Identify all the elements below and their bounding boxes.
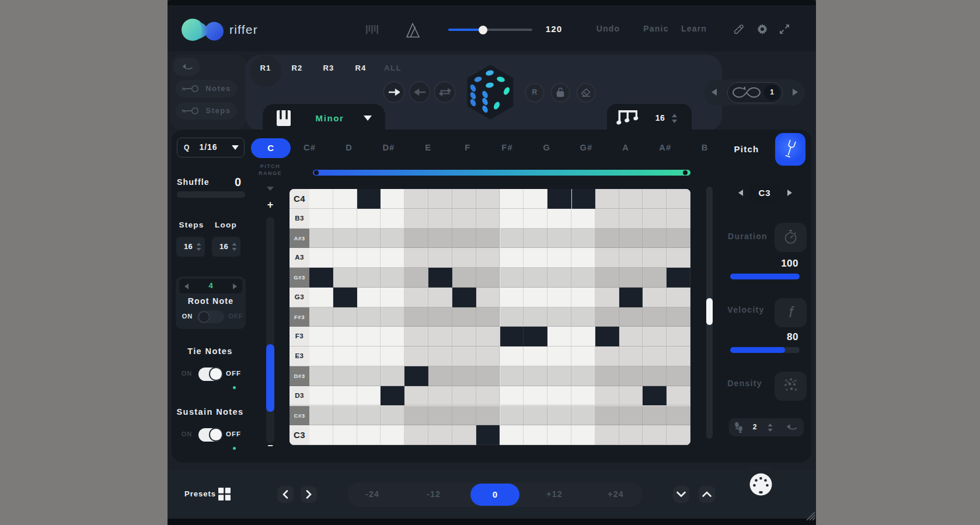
svg-text:f: f — [789, 304, 794, 321]
